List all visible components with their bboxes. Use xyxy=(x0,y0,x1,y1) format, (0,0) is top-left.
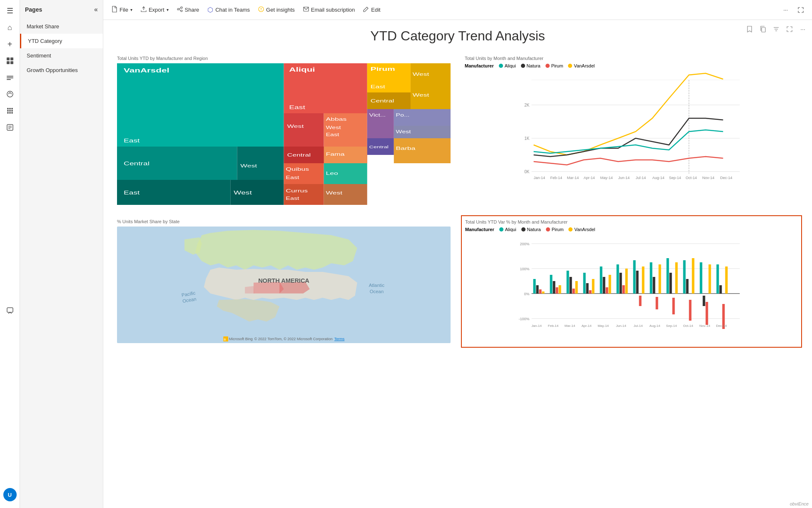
svg-text:Abbas: Abbas xyxy=(326,117,346,122)
email-subscription-button[interactable]: Email subscription xyxy=(300,5,359,15)
svg-rect-138 xyxy=(575,281,578,294)
terms-link[interactable]: Terms xyxy=(334,337,345,341)
svg-rect-159 xyxy=(667,258,669,294)
svg-rect-1 xyxy=(10,57,13,60)
sidebar-item-market-share[interactable]: Market Share xyxy=(20,19,103,34)
line-chart-title: Total Units by Month and Manufacturer xyxy=(465,56,798,61)
bar-chart-svg: 200% 100% 0% -100% xyxy=(465,235,798,335)
svg-line-26 xyxy=(179,10,181,10)
hamburger-icon[interactable]: ☰ xyxy=(2,3,17,18)
svg-rect-145 xyxy=(606,287,608,294)
svg-text:Barba: Barba xyxy=(396,146,416,151)
svg-text:Jul-14: Jul-14 xyxy=(636,176,646,180)
svg-point-23 xyxy=(181,10,182,12)
filter-icon[interactable] xyxy=(770,23,782,35)
svg-rect-170 xyxy=(709,264,711,294)
svg-rect-152 xyxy=(636,271,639,294)
add-icon[interactable]: + xyxy=(2,37,17,52)
svg-text:Central: Central xyxy=(369,145,389,149)
natura-dot xyxy=(521,64,525,68)
page-more-icon[interactable]: ··· xyxy=(797,23,809,35)
apps-icon[interactable] xyxy=(2,103,17,118)
svg-rect-171 xyxy=(717,264,719,294)
vanarsdel-dot xyxy=(568,64,572,68)
svg-rect-153 xyxy=(639,296,642,306)
home-icon[interactable]: ⌂ xyxy=(2,20,17,35)
sidebar-item-growth-opportunities[interactable]: Growth Opportunities xyxy=(20,63,103,77)
aliqui-dot xyxy=(499,64,503,68)
svg-text:Central: Central xyxy=(124,161,149,166)
svg-point-22 xyxy=(181,7,182,8)
edit-button[interactable]: Edit xyxy=(360,4,384,15)
share-button[interactable]: Share xyxy=(174,4,203,15)
svg-rect-158 xyxy=(659,264,661,294)
treemap[interactable]: VanArsdel East Central West East West xyxy=(117,63,451,205)
export-chevron-icon: ▾ xyxy=(167,7,169,12)
svg-text:East: East xyxy=(286,175,299,180)
learn-icon[interactable] xyxy=(2,120,17,135)
browse-icon[interactable] xyxy=(2,53,17,68)
right-toolbar: ··· xyxy=(744,23,809,35)
data-icon[interactable] xyxy=(2,70,17,85)
svg-rect-127 xyxy=(533,279,536,294)
more-button[interactable]: ··· xyxy=(780,5,791,15)
map[interactable]: Pacific Ocean Atlantic Ocean NORTH AMERI… xyxy=(117,227,451,343)
file-button[interactable]: File ▾ xyxy=(108,4,136,16)
line-chart-container: Total Units by Month and Manufacturer Ma… xyxy=(461,52,802,209)
chat-in-teams-button[interactable]: ⬡ Chat in Teams xyxy=(204,4,253,16)
svg-rect-3 xyxy=(10,61,13,64)
svg-rect-144 xyxy=(603,277,605,294)
metrics-icon[interactable] xyxy=(2,87,17,102)
svg-rect-155 xyxy=(650,262,653,294)
svg-rect-148 xyxy=(620,273,622,294)
svg-text:Vict...: Vict... xyxy=(369,113,386,117)
qa-icon[interactable] xyxy=(2,303,17,318)
avatar[interactable]: U xyxy=(3,488,17,501)
svg-rect-134 xyxy=(559,285,561,294)
svg-rect-57 xyxy=(284,184,324,205)
svg-text:May-14: May-14 xyxy=(600,176,613,180)
svg-point-14 xyxy=(7,112,9,114)
collapse-sidebar-button[interactable]: « xyxy=(94,6,98,13)
insights-icon xyxy=(258,6,264,13)
page-title: YTD Category Trend Analysis xyxy=(113,28,802,44)
line-chart-legend: Manufacturer Aliqui Natura Pirum xyxy=(465,63,798,68)
expand-button[interactable] xyxy=(795,5,807,15)
svg-text:Quibus: Quibus xyxy=(286,167,309,172)
bar-legend-natura: Natura xyxy=(521,227,541,232)
sidebar-item-ytd-category[interactable]: YTD Category xyxy=(20,34,103,48)
svg-rect-168 xyxy=(703,296,705,306)
bar-legend-vanarsdel: VanArsdel xyxy=(568,227,595,232)
svg-rect-160 xyxy=(670,273,672,294)
svg-text:Aug-14: Aug-14 xyxy=(653,176,665,180)
svg-text:Po...: Po... xyxy=(396,113,410,117)
svg-text:East: East xyxy=(289,105,305,110)
svg-rect-166 xyxy=(692,258,695,294)
legend-pirum: Pirum xyxy=(545,63,563,68)
manufacturer-label: Manufacturer xyxy=(465,63,494,68)
export-button[interactable]: Export ▾ xyxy=(137,4,172,15)
sidebar-item-sentiment[interactable]: Sentiment xyxy=(20,48,103,63)
bar-chart[interactable]: Manufacturer Aliqui Natura Pirum xyxy=(465,227,798,344)
svg-rect-162 xyxy=(675,262,678,294)
pages-title: Pages xyxy=(25,6,42,13)
svg-point-15 xyxy=(9,112,11,114)
line-chart[interactable]: Manufacturer Aliqui Natura Pirum xyxy=(465,63,798,205)
svg-text:Apr-14: Apr-14 xyxy=(584,176,595,180)
get-insights-button[interactable]: Get insights xyxy=(255,4,298,15)
file-icon xyxy=(112,6,117,14)
svg-rect-164 xyxy=(686,279,689,294)
svg-text:West: West xyxy=(234,190,252,195)
svg-rect-21 xyxy=(7,308,13,312)
svg-rect-154 xyxy=(642,266,645,294)
bookmark-icon[interactable] xyxy=(744,23,755,35)
svg-text:West: West xyxy=(413,92,429,97)
svg-text:Dec-14: Dec-14 xyxy=(716,324,727,328)
svg-text:Jun-14: Jun-14 xyxy=(618,176,630,180)
svg-rect-136 xyxy=(570,277,572,294)
svg-text:Sep-14: Sep-14 xyxy=(666,324,677,328)
fullscreen-icon[interactable] xyxy=(784,23,795,35)
svg-text:Mar-14: Mar-14 xyxy=(565,324,575,328)
charts-grid: Total Units YTD by Manufacturer and Regi… xyxy=(113,52,802,348)
copy-icon[interactable] xyxy=(757,23,769,35)
